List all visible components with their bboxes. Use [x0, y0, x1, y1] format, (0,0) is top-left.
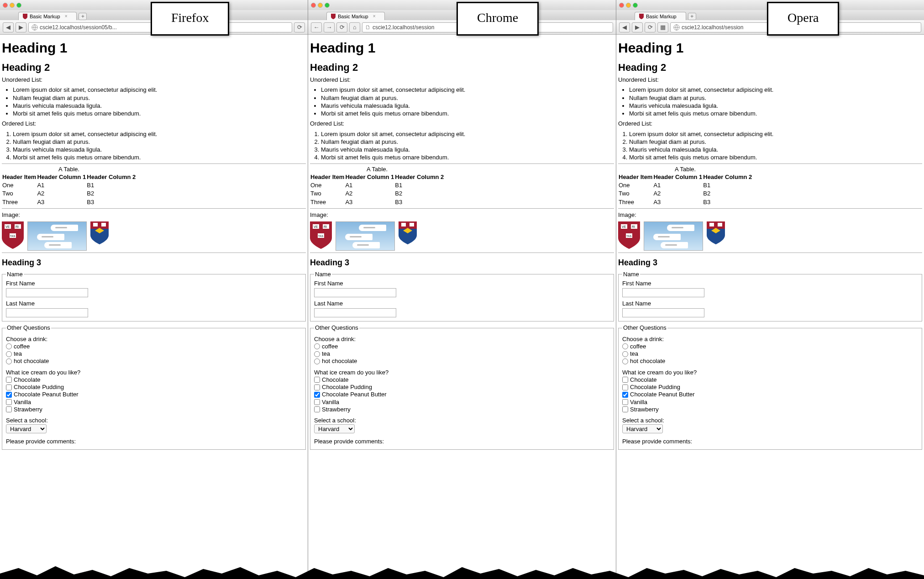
drink-radio[interactable] — [314, 343, 320, 349]
table-header: Header Column 2 — [394, 173, 444, 181]
last-name-input[interactable] — [314, 308, 396, 317]
harvard-shield-favicon — [22, 14, 28, 19]
new-tab-button[interactable]: + — [79, 13, 87, 20]
drink-radio[interactable] — [6, 343, 12, 349]
zoom-window-button[interactable] — [633, 3, 638, 8]
image-row: VERI TAS — [2, 221, 306, 251]
close-window-button[interactable] — [3, 3, 8, 8]
table-header: Header Column 1 — [345, 173, 394, 181]
demo-table: A Table.Header ItemHeader Column 1Header… — [618, 166, 752, 206]
school-select[interactable]: Harvard — [314, 424, 355, 433]
close-tab-icon[interactable]: × — [373, 14, 376, 19]
table-cell: A3 — [653, 198, 703, 206]
list-item: Morbi sit amet felis quis metus ornare b… — [321, 154, 614, 161]
table-cell: Two — [618, 189, 653, 198]
heading-3: Heading 3 — [2, 258, 306, 268]
table-cell: Three — [618, 198, 653, 206]
last-name-input[interactable] — [6, 308, 88, 317]
school-select[interactable]: Harvard — [6, 424, 47, 433]
icecream-checkbox[interactable] — [314, 406, 320, 412]
icecream-checkbox[interactable] — [622, 377, 628, 383]
ol-label: Ordered List: — [310, 120, 614, 127]
back-button[interactable]: ◀ — [3, 22, 14, 32]
table-cell: One — [618, 181, 653, 189]
table-caption: A Table. — [618, 166, 752, 173]
minimize-window-button[interactable] — [318, 3, 323, 8]
icecream-checkbox[interactable] — [314, 399, 320, 405]
first-name-input[interactable] — [6, 288, 88, 297]
close-window-button[interactable] — [311, 3, 316, 8]
icecream-checkbox[interactable] — [622, 392, 628, 398]
airplanes-image — [644, 221, 703, 251]
firefox-window: Basic Markup × + ◀ ▶ cscie12.localhost/s… — [0, 0, 308, 579]
icecream-checkbox[interactable] — [622, 406, 628, 412]
first-name-input[interactable] — [314, 288, 396, 297]
icecream-checkbox[interactable] — [6, 384, 12, 390]
reload-button[interactable]: ⟳ — [294, 22, 305, 32]
drink-radio[interactable] — [622, 343, 628, 349]
ul-label: Unordered List: — [310, 76, 614, 84]
chrome-tab-basic-markup[interactable]: Basic Markup × — [326, 12, 385, 20]
last-name-input[interactable] — [622, 308, 704, 317]
drink-option-label: tea — [630, 350, 638, 358]
icecream-checkbox[interactable] — [622, 399, 628, 405]
icecream-checkbox[interactable] — [314, 392, 320, 398]
last-name-label: Last Name — [6, 300, 35, 307]
reload-button[interactable]: ⟳ — [645, 22, 656, 32]
zoom-window-button[interactable] — [325, 3, 330, 8]
speed-dial-button[interactable]: ▦ — [657, 22, 668, 32]
drink-radio[interactable] — [622, 351, 628, 357]
firefox-tab-basic-markup[interactable]: Basic Markup × — [18, 12, 77, 20]
new-tab-button[interactable]: + — [688, 13, 696, 20]
drink-radio[interactable] — [6, 351, 12, 357]
page-icon: 🗋 — [365, 24, 371, 31]
icecream-checkbox[interactable] — [6, 406, 12, 412]
drink-radio[interactable] — [622, 358, 628, 364]
drink-option-label: coffee — [630, 343, 646, 350]
table-row: ThreeA3B3 — [310, 198, 444, 206]
table-header: Header Column 2 — [703, 173, 752, 181]
drink-radio[interactable] — [314, 358, 320, 364]
svg-rect-24 — [709, 223, 714, 226]
table-cell: B3 — [394, 198, 444, 206]
drink-radio[interactable] — [314, 351, 320, 357]
drink-radio[interactable] — [6, 358, 12, 364]
table-cell: B3 — [86, 198, 136, 206]
hr — [2, 208, 306, 209]
zoom-window-button[interactable] — [16, 3, 21, 8]
icecream-checkbox[interactable] — [314, 384, 320, 390]
icecream-checkbox[interactable] — [6, 377, 12, 383]
school-label: Select a school: — [622, 417, 918, 424]
drink-label: Choose a drink: — [622, 336, 918, 343]
opera-window: Basic Markup + ◀ ▶ ⟳ ▦ cscie12.localhost… — [616, 0, 924, 579]
icecream-checkbox[interactable] — [622, 384, 628, 390]
hr — [310, 208, 614, 209]
table-cell: Two — [310, 189, 345, 198]
forward-button[interactable]: ▶ — [16, 22, 26, 32]
close-tab-icon[interactable]: × — [65, 14, 68, 19]
image-row: VERI TAS — [618, 221, 922, 251]
minimize-window-button[interactable] — [626, 3, 631, 8]
icecream-option-label: Chocolate Pudding — [630, 384, 680, 391]
first-name-input[interactable] — [622, 288, 704, 297]
forward-button[interactable]: → — [324, 22, 335, 32]
icecream-checkbox[interactable] — [314, 377, 320, 383]
close-window-button[interactable] — [619, 3, 624, 8]
minimize-window-button[interactable] — [10, 3, 15, 8]
first-name-label: First Name — [6, 280, 35, 287]
other-legend: Other Questions — [6, 324, 51, 332]
drink-option-label: tea — [322, 350, 330, 358]
icecream-checkbox[interactable] — [6, 399, 12, 405]
back-button[interactable]: ← — [311, 22, 322, 32]
icecream-checkbox[interactable] — [6, 392, 12, 398]
icecream-option-label: Chocolate — [322, 376, 349, 384]
svg-text:RI: RI — [16, 225, 19, 228]
back-button[interactable]: ◀ — [619, 22, 630, 32]
home-button[interactable]: ⌂ — [349, 22, 360, 32]
school-select[interactable]: Harvard — [622, 424, 663, 433]
name-legend: Name — [6, 271, 24, 278]
opera-tab-basic-markup[interactable]: Basic Markup — [635, 12, 686, 20]
forward-button[interactable]: ▶ — [632, 22, 643, 32]
hr — [618, 253, 922, 253]
reload-button[interactable]: ⟳ — [336, 22, 347, 32]
